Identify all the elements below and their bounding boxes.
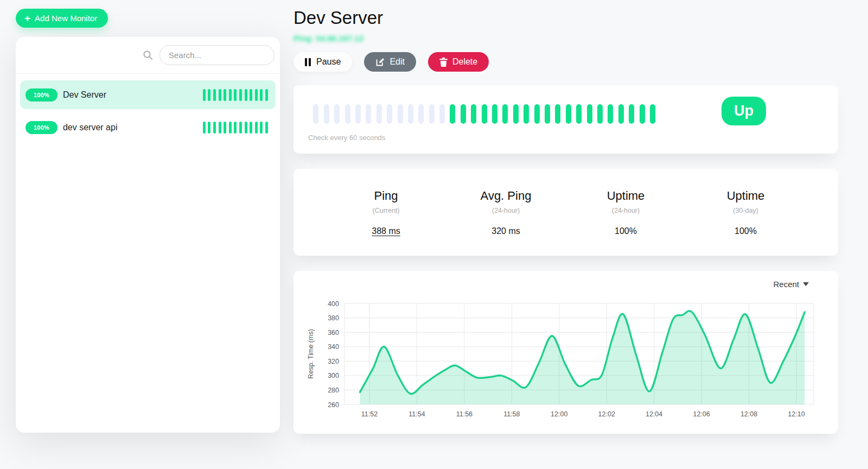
- svg-text:12:08: 12:08: [741, 410, 757, 418]
- stat-ping-current: Ping (Current) 388 ms: [326, 189, 446, 236]
- stat-uptime-24h: Uptime (24-hour) 100%: [566, 189, 686, 236]
- beat-bar: [408, 104, 413, 124]
- svg-text:360: 360: [328, 329, 339, 337]
- beat-bar: [229, 89, 232, 101]
- page-title: Dev Server: [293, 8, 838, 28]
- svg-text:340: 340: [328, 343, 339, 351]
- beat-bar: [255, 122, 258, 134]
- beat-bar: [398, 104, 403, 124]
- monitor-detail: Dev Server Ping: 54.86.167.12 Pause Edit: [293, 0, 838, 434]
- beat-bar: [418, 104, 424, 124]
- svg-text:260: 260: [328, 401, 339, 409]
- beat-bar: [429, 104, 435, 124]
- beat-bar: [239, 89, 242, 101]
- beat-bar: [219, 122, 221, 134]
- stat-label: Ping: [326, 189, 446, 203]
- response-time-chart-card: Recent 26028030032034036038040011:5211:5…: [293, 271, 838, 434]
- beat-bar: [250, 122, 252, 134]
- beat-bar: [265, 89, 268, 101]
- plus-icon: +: [24, 15, 30, 22]
- add-new-monitor-button[interactable]: + Add New Monitor: [16, 9, 108, 28]
- chart-period-dropdown[interactable]: Recent: [304, 280, 824, 289]
- search-icon: [143, 50, 153, 60]
- beat-bar: [208, 122, 210, 134]
- beat-bar: [224, 122, 226, 134]
- beat-bar: [376, 104, 382, 124]
- svg-text:11:56: 11:56: [456, 410, 473, 418]
- beat-bar: [545, 104, 550, 124]
- beat-bar: [513, 104, 519, 124]
- edit-button[interactable]: Edit: [364, 52, 416, 72]
- pause-button[interactable]: Pause: [293, 52, 352, 72]
- monitor-name: Dev Server: [63, 90, 106, 100]
- status-badge-up: Up: [722, 97, 766, 125]
- beat-bar: [219, 89, 221, 101]
- edit-label: Edit: [390, 57, 405, 67]
- chart-y-labels: 260280300320340360380400: [328, 300, 339, 409]
- svg-text:300: 300: [328, 372, 339, 379]
- beat-bar: [245, 122, 247, 134]
- svg-text:11:52: 11:52: [361, 410, 378, 418]
- uptime-badge: 100%: [25, 88, 58, 102]
- beat-bar: [492, 104, 497, 124]
- svg-text:280: 280: [328, 386, 339, 394]
- stat-value: 100%: [566, 226, 686, 236]
- chevron-down-icon: [803, 282, 809, 286]
- beat-bar: [387, 104, 392, 124]
- beat-bar: [650, 104, 655, 124]
- stat-sub: (Current): [326, 207, 446, 214]
- delete-label: Delete: [452, 57, 477, 67]
- beat-bar: [234, 122, 237, 134]
- beat-bar: [260, 122, 263, 134]
- stats-card: Ping (Current) 388 ms Avg. Ping (24-hour…: [293, 169, 838, 256]
- beat-bar: [608, 104, 613, 124]
- stat-value: 388 ms: [326, 226, 446, 236]
- svg-text:12:02: 12:02: [598, 410, 615, 418]
- beat-bar: [597, 104, 603, 124]
- beat-bar: [313, 104, 318, 124]
- uptime-dashboard: + Add New Monitor 100% Dev Server 100%: [0, 0, 868, 469]
- monitor-row-dev-server-api[interactable]: 100% dev server api: [20, 113, 276, 142]
- stat-avg-ping-24h: Avg. Ping (24-hour) 320 ms: [446, 189, 566, 236]
- pause-label: Pause: [316, 57, 341, 67]
- beat-bar: [203, 89, 206, 101]
- stat-sub: (30-day): [686, 207, 806, 214]
- monitor-list-card: 100% Dev Server 100% dev server api: [16, 37, 280, 433]
- search-input[interactable]: [159, 45, 275, 65]
- svg-text:320: 320: [328, 358, 339, 365]
- beat-bar: [576, 104, 582, 124]
- beat-bar: [213, 122, 216, 134]
- monitor-name: dev server api: [63, 123, 118, 132]
- beat-strip: [203, 89, 268, 101]
- beat-bar: [213, 89, 216, 101]
- uptime-badge: 100%: [25, 121, 58, 134]
- beat-bar: [229, 122, 232, 134]
- beat-bar: [366, 104, 371, 124]
- beat-bar: [450, 104, 455, 124]
- beat-strip: [203, 122, 268, 134]
- stat-value: 100%: [686, 226, 806, 236]
- heartbeat-card: Check every 60 seconds Up: [293, 85, 838, 154]
- beat-bar: [524, 104, 529, 124]
- monitor-row-dev-server[interactable]: 100% Dev Server: [20, 80, 276, 109]
- svg-text:12:00: 12:00: [551, 410, 567, 418]
- beat-bar: [245, 89, 247, 101]
- svg-text:12:10: 12:10: [788, 410, 805, 418]
- beat-bar: [224, 89, 226, 101]
- beat-bar: [208, 89, 210, 101]
- beat-bar: [234, 89, 237, 101]
- svg-text:12:04: 12:04: [646, 410, 662, 418]
- delete-button[interactable]: Delete: [428, 52, 489, 72]
- svg-text:380: 380: [328, 314, 339, 322]
- beat-bar: [239, 122, 242, 134]
- beat-bar: [471, 104, 476, 124]
- response-time-chart: 26028030032034036038040011:5211:5411:561…: [304, 295, 820, 430]
- beat-bar: [640, 104, 645, 124]
- beat-bar: [324, 104, 329, 124]
- beat-bar: [203, 122, 206, 134]
- beat-bar: [482, 104, 487, 124]
- stat-uptime-30d: Uptime (30-day) 100%: [686, 189, 806, 236]
- beat-bar: [260, 89, 263, 101]
- svg-text:12:06: 12:06: [693, 410, 710, 418]
- sidebar: + Add New Monitor 100% Dev Server 100%: [16, 9, 280, 433]
